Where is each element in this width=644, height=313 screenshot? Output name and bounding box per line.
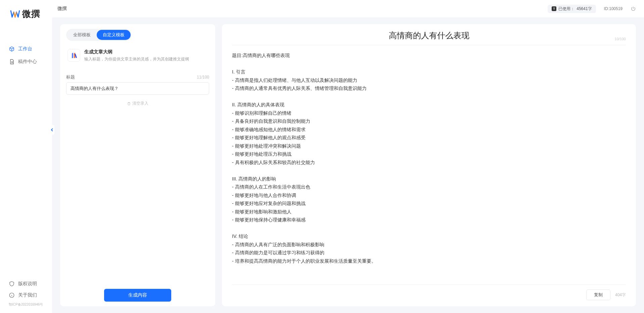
template-icon xyxy=(67,49,80,62)
sidebar-item-workbench[interactable]: 工作台 xyxy=(0,43,52,55)
output-header: 高情商的人有什么表现 10/100 xyxy=(232,30,626,45)
template-card[interactable]: 生成文章大纲 输入标题，为你提供文章主体的灵感，并为其创建推文提纲 xyxy=(66,46,209,67)
shield-icon xyxy=(9,281,15,287)
title-char-count: 11/100 xyxy=(197,75,209,80)
brand-name: 微撰 xyxy=(22,8,40,20)
output-body[interactable]: 题目:高情商的人有哪些表现 I. 引言 - 高情商是指人们处理情绪、与他人互动以… xyxy=(232,51,626,281)
trash-icon xyxy=(127,102,131,106)
usage-value: 45641字 xyxy=(577,6,592,12)
main-area: 全部模板 自定义模板 生成文章大纲 输入标题，为你提供文章主体的灵感，并为其创建… xyxy=(52,17,644,313)
output-panel: 高情商的人有什么表现 10/100 题目:高情商的人有哪些表现 I. 引言 - … xyxy=(222,24,636,306)
sidebar-footer: 版权说明 关于我们 鄂ICP备2022016946号 xyxy=(0,278,52,313)
sidebar-item-copyright[interactable]: 版权说明 xyxy=(0,278,52,290)
tab-custom-templates[interactable]: 自定义模板 xyxy=(97,30,131,40)
nav-list: 工作台 稿件中心 xyxy=(0,26,52,278)
usage-badge[interactable]: T 已使用： 45641字 xyxy=(548,5,596,13)
title-input[interactable] xyxy=(66,82,209,95)
sidebar-item-drafts[interactable]: 稿件中心 xyxy=(0,55,52,68)
cube-icon xyxy=(9,46,15,52)
usage-label: 已使用： xyxy=(558,6,574,12)
sidebar-item-about[interactable]: 关于我们 xyxy=(0,290,52,301)
user-id: ID:100519 xyxy=(604,6,623,11)
brand-logo[interactable]: 微撰 xyxy=(0,0,52,26)
sidebar: 微撰 工作台 稿件中心 版权说明 关于我们 鄂ICP备2022016946号 xyxy=(0,0,52,313)
tab-all-templates[interactable]: 全部模板 xyxy=(67,30,97,40)
clear-input-button[interactable]: 清空录入 xyxy=(66,101,209,106)
output-footer: 复制 404字 xyxy=(232,284,626,300)
info-icon xyxy=(9,292,15,298)
logo-mark-icon xyxy=(10,10,20,18)
sidebar-item-label: 工作台 xyxy=(18,46,32,52)
text-count-icon: T xyxy=(552,6,556,11)
icp-text: 鄂ICP备2022016946号 xyxy=(0,301,52,309)
template-tabs: 全部模板 自定义模板 xyxy=(66,29,132,41)
template-desc: 输入标题，为你提供文章主体的灵感，并为其创建推文提纲 xyxy=(84,56,189,62)
sidebar-item-label: 关于我们 xyxy=(18,292,37,298)
clear-label: 清空录入 xyxy=(132,101,148,106)
copy-button[interactable]: 复制 xyxy=(586,290,610,300)
power-icon[interactable] xyxy=(631,6,636,11)
header-bar: 微撰 T 已使用： 45641字 ID:100519 xyxy=(52,0,644,17)
sidebar-item-label: 版权说明 xyxy=(18,281,37,287)
doc-icon xyxy=(9,59,15,65)
sidebar-item-label: 稿件中心 xyxy=(18,59,37,65)
template-title: 生成文章大纲 xyxy=(84,49,189,55)
output-word-count: 404字 xyxy=(615,292,626,298)
title-field-label: 标题 xyxy=(66,74,75,80)
output-title-count: 10/100 xyxy=(606,37,626,41)
output-title: 高情商的人有什么表现 xyxy=(252,30,606,41)
generate-button[interactable]: 生成内容 xyxy=(104,289,171,302)
page-title: 微撰 xyxy=(57,6,67,12)
input-panel: 全部模板 自定义模板 生成文章大纲 输入标题，为你提供文章主体的灵感，并为其创建… xyxy=(60,24,215,306)
